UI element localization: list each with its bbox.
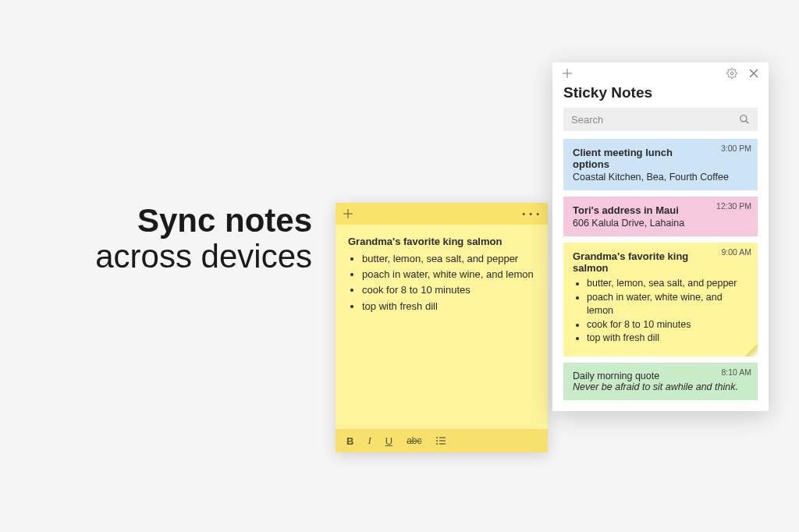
hero-line1: Sync notes [31,203,312,239]
note-bullet: top with fresh dill [587,332,748,346]
search-icon [739,114,750,125]
search-input[interactable] [571,114,739,126]
format-toolbar: B I U abc [336,429,548,452]
note-editor-window: • • • Grandma's favorite king salmon but… [336,203,548,452]
hero-text: Sync notes across devices [31,203,312,275]
settings-button[interactable] [725,66,739,80]
svg-point-2 [436,440,438,442]
underline-button[interactable]: U [385,435,392,447]
list-window-titlebar [552,62,769,84]
note-bullet: butter, lemon, sea salt, and pepper [362,252,535,266]
new-note-button[interactable] [340,206,356,222]
notes-stack: 3:00 PM Client meeting lunch options Coa… [552,139,769,400]
note-time: 12:30 PM [716,201,751,211]
note-card-bullets: butter, lemon, sea salt, and pepper poac… [573,277,748,346]
note-card-tori-address[interactable]: 12:30 PM Tori's address in Maui 606 Kalu… [563,197,758,236]
note-title: Grandma's favorite king salmon [348,236,535,247]
note-bullet-list: butter, lemon, sea salt, and pepper poac… [348,252,535,314]
note-bullet: cook for 8 to 10 minutes [362,283,535,297]
svg-point-0 [436,437,438,438]
close-button[interactable] [747,66,761,80]
note-bullet: cook for 8 to 10 minutes [587,318,748,332]
note-card-preview: Coastal Kitchen, Bea, Fourth Coffee [573,172,748,183]
new-note-button[interactable] [560,66,574,80]
plus-icon [343,209,353,218]
note-content[interactable]: Grandma's favorite king salmon butter, l… [336,225,548,429]
strikethrough-button[interactable]: abc [407,435,421,446]
note-card-client-meeting[interactable]: 3:00 PM Client meeting lunch options Coa… [563,139,758,190]
note-card-daily-quote[interactable]: 8:10 AM Daily morning quote Never be afr… [563,363,758,400]
close-icon [749,69,758,78]
italic-button[interactable]: I [368,434,371,447]
bullet-list-button[interactable] [435,435,446,446]
list-icon [435,435,446,446]
note-card-preview: 606 Kalula Drive, Lahaina [573,218,748,229]
notes-list-window: Sticky Notes 3:00 PM Client meeting lunc… [552,62,769,411]
note-time: 9:00 AM [721,247,751,257]
svg-point-6 [730,72,733,75]
svg-rect-1 [439,437,446,438]
plus-icon [563,69,572,78]
note-time: 3:00 PM [721,144,751,153]
note-bullet: poach in water, white wine, and lemon [587,291,748,318]
note-time: 8:10 AM [721,367,751,377]
gear-icon [726,68,737,79]
note-menu-button[interactable]: • • • [519,209,543,218]
note-bullet: butter, lemon, sea salt, and pepper [587,277,748,291]
note-card-quote: Never be afraid to sit awhile and think. [573,381,748,392]
svg-point-4 [436,443,438,445]
hero-line2: across devices [31,239,312,275]
note-editor-titlebar: • • • [336,203,548,225]
list-window-heading: Sticky Notes [552,84,769,108]
note-bullet: top with fresh dill [362,300,535,314]
note-card-king-salmon[interactable]: 9:00 AM Grandma's favorite king salmon b… [563,243,758,356]
note-bullet: poach in water, white wine, and lemon [362,268,535,282]
svg-point-7 [740,115,747,122]
search-box[interactable] [563,108,758,131]
svg-line-8 [746,121,749,124]
svg-rect-5 [439,443,446,444]
bold-button[interactable]: B [346,435,353,447]
svg-rect-3 [439,440,446,441]
